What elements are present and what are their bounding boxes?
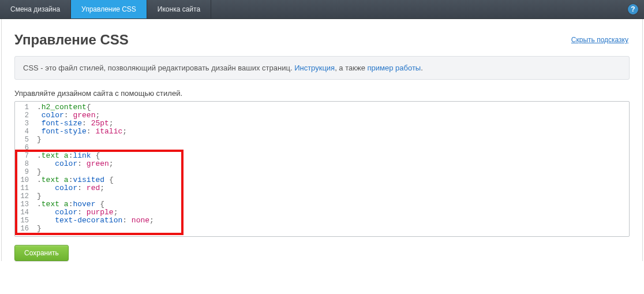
code-line[interactable]: 6 [15, 144, 629, 152]
hide-hint-link[interactable]: Скрыть подсказку [571, 36, 628, 44]
line-text[interactable]: } [31, 136, 42, 144]
code-line[interactable]: 13.text a:hover { [15, 200, 629, 209]
code-line[interactable]: 5} [15, 136, 629, 144]
line-number: 14 [15, 209, 31, 217]
code-line[interactable]: 11 color: red; [15, 184, 629, 192]
line-text[interactable]: .text a:link { [31, 152, 100, 160]
code-line[interactable]: 16} [15, 225, 629, 233]
line-text[interactable]: } [31, 192, 42, 200]
code-line[interactable]: 15 text-decoration: none; [15, 217, 629, 225]
code-line[interactable]: 10.text a:visited { [15, 176, 629, 184]
code-line[interactable]: 12} [15, 192, 629, 200]
line-number: 11 [15, 184, 31, 192]
line-text[interactable]: } [31, 225, 42, 233]
line-number: 9 [15, 168, 31, 176]
line-text[interactable]: color: purple; [31, 209, 118, 217]
hint-text-prefix: CSS - это файл стилей, позволяющий редак… [23, 64, 294, 72]
save-button[interactable]: Сохранить [14, 245, 69, 261]
code-content[interactable]: 1.h2_content{2 color: green;3 font-size:… [15, 103, 629, 233]
example-link[interactable]: пример работы [367, 64, 421, 72]
page-body: Управление CSS Скрыть подсказку CSS - эт… [1, 19, 643, 261]
hint-text-suffix: . [421, 64, 423, 72]
line-text[interactable]: font-style: italic; [31, 128, 127, 136]
code-line[interactable]: 14 color: purple; [15, 209, 629, 217]
line-number: 12 [15, 192, 31, 200]
line-number: 13 [15, 200, 31, 209]
line-number: 16 [15, 225, 31, 233]
hint-box: CSS - это файл стилей, позволяющий редак… [14, 56, 630, 80]
line-text[interactable]: .text a:visited { [31, 176, 114, 184]
line-number: 7 [15, 152, 31, 160]
line-number: 4 [15, 128, 31, 136]
line-number: 15 [15, 217, 31, 225]
subheading: Управляйте дизайном сайта с помощью стил… [14, 89, 630, 98]
line-text[interactable]: color: red; [31, 184, 104, 192]
line-text[interactable]: text-decoration: none; [31, 217, 154, 225]
line-text[interactable]: } [31, 168, 42, 176]
line-number: 2 [15, 111, 31, 120]
page-title: Управление CSS [14, 32, 129, 48]
code-line[interactable]: 9} [15, 168, 629, 176]
line-number: 5 [15, 136, 31, 144]
code-line[interactable]: 3 font-size: 25pt; [15, 120, 629, 128]
button-row: Сохранить [14, 245, 630, 261]
code-line[interactable]: 1.h2_content{ [15, 103, 629, 111]
code-line[interactable]: 4 font-style: italic; [15, 128, 629, 136]
line-text[interactable]: .h2_content{ [31, 103, 91, 111]
tab-1[interactable]: Управление CSS [71, 0, 147, 18]
topbar: Смена дизайнаУправление CSSИконка сайта … [0, 0, 644, 19]
line-text[interactable]: .text a:hover { [31, 200, 104, 209]
line-text[interactable]: color: green; [31, 160, 114, 168]
line-number: 3 [15, 120, 31, 128]
code-line[interactable]: 7.text a:link { [15, 152, 629, 160]
tab-2[interactable]: Иконка сайта [147, 0, 211, 18]
line-text[interactable]: font-size: 25pt; [31, 120, 114, 128]
tab-0[interactable]: Смена дизайна [0, 0, 71, 18]
line-text[interactable]: color: green; [31, 111, 100, 120]
code-line[interactable]: 8 color: green; [15, 160, 629, 168]
line-number: 10 [15, 176, 31, 184]
line-number: 8 [15, 160, 31, 168]
hint-text-mid: , а также [335, 64, 367, 72]
instruction-link[interactable]: Инструкция [294, 64, 335, 72]
help-icon[interactable]: ? [628, 4, 638, 14]
code-line[interactable]: 2 color: green; [15, 111, 629, 120]
page-header: Управление CSS Скрыть подсказку [2, 19, 642, 56]
line-number: 6 [15, 144, 31, 152]
css-editor[interactable]: 1.h2_content{2 color: green;3 font-size:… [14, 101, 630, 237]
line-number: 1 [15, 103, 31, 111]
line-text[interactable] [31, 144, 37, 152]
